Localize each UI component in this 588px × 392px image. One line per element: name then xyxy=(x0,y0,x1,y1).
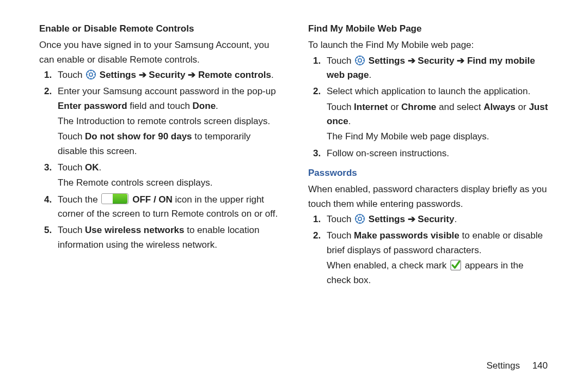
step-3-sub: The Remote controls screen displays. xyxy=(58,176,280,190)
arrow-icon: ➔ xyxy=(408,56,415,66)
checkmark-icon xyxy=(450,260,461,271)
steps-right: Touch Settings ➔ Security ➔ Find my mobi… xyxy=(308,54,549,161)
step-3: Touch OK. The Remote controls screen dis… xyxy=(54,161,280,191)
gear-icon xyxy=(355,214,365,224)
step-4: Touch the OFF / ON icon in the upper rig… xyxy=(54,193,280,222)
text: . xyxy=(216,101,218,111)
text: When enabled, a check mark xyxy=(327,260,449,271)
heading-passwords: Passwords xyxy=(308,166,549,180)
text: field and touch xyxy=(130,101,192,111)
text: Touch the xyxy=(58,194,100,205)
step-2-sub1: The Introduction to remote controls scre… xyxy=(58,114,280,128)
manual-page: Enable or Disable Remote Controls Once y… xyxy=(0,0,588,392)
text: . xyxy=(99,162,102,173)
step-2: Enter your Samsung account password in t… xyxy=(54,84,280,158)
label-ok: OK xyxy=(85,162,99,173)
intro-passwords: When enabled, password characters displa… xyxy=(308,182,549,211)
pw-step-1: Touch Settings ➔ Security. xyxy=(323,212,549,226)
text: Touch xyxy=(58,70,85,80)
pw-step-2-sub: When enabled, a check mark appears in th… xyxy=(327,259,549,287)
r-step-2: Select which application to launch the a… xyxy=(323,84,549,144)
gear-icon xyxy=(355,56,365,65)
label-make-passwords-visible: Make passwords visible xyxy=(354,230,460,241)
arrow-icon: ➔ xyxy=(457,56,464,66)
label-security: Security xyxy=(418,56,457,66)
r-step-3: Follow on-screen instructions. xyxy=(323,146,549,161)
steps-passwords: Touch Settings ➔ Security. Touch Make pa… xyxy=(308,212,549,287)
r-step-2-sub1: Touch Internet or Chrome and select Alwa… xyxy=(327,100,549,129)
heading-right: Find My Mobile Web Page xyxy=(308,22,549,36)
label-security: Security xyxy=(149,70,188,80)
heading-left: Enable or Disable Remote Controls xyxy=(39,22,280,36)
text: or xyxy=(390,102,401,112)
intro-right: To launch the Find My Mobile web page: xyxy=(308,38,549,52)
label-do-not-show: Do not show for 90 days xyxy=(85,131,192,142)
label-done: Done xyxy=(193,101,216,111)
page-footer: Settings 140 xyxy=(486,360,548,371)
r-step-1: Touch Settings ➔ Security ➔ Find my mobi… xyxy=(323,54,549,83)
text: . xyxy=(369,70,371,80)
label-chrome: Chrome xyxy=(401,102,436,112)
text: Touch xyxy=(58,131,85,142)
label-remote-controls: Remote controls xyxy=(198,70,271,80)
step-2-sub2: Touch Do not show for 90 days to tempora… xyxy=(58,130,280,158)
text: . xyxy=(454,214,457,224)
text: . xyxy=(348,116,351,126)
steps-left: Touch Settings ➔ Security ➔ Remote contr… xyxy=(39,68,280,252)
pw-step-2: Touch Make passwords visible to enable o… xyxy=(323,229,549,287)
text: Touch xyxy=(58,162,85,173)
text: and select xyxy=(439,102,483,112)
r-step-2-sub2: The Find My Mobile web page displays. xyxy=(327,130,549,144)
footer-section: Settings xyxy=(486,360,519,371)
right-column: Find My Mobile Web Page To launch the Fi… xyxy=(302,22,555,392)
step-1: Touch Settings ➔ Security ➔ Remote contr… xyxy=(54,68,280,82)
arrow-icon: ➔ xyxy=(188,70,195,80)
toggle-off-on-icon xyxy=(101,193,128,204)
intro-left: Once you have signed in to your Samsung … xyxy=(39,38,280,67)
label-settings: Settings xyxy=(369,56,408,66)
label-settings: Settings xyxy=(100,70,139,80)
arrow-icon: ➔ xyxy=(408,214,415,224)
label-enter-password: Enter password xyxy=(58,101,127,111)
text: Touch xyxy=(327,102,354,112)
text: Touch xyxy=(327,56,354,66)
footer-page-number: 140 xyxy=(532,360,548,371)
text: Touch xyxy=(327,230,354,241)
step-5: Touch Use wireless networks to enable lo… xyxy=(54,223,280,252)
text: . xyxy=(271,70,274,80)
label-always: Always xyxy=(483,102,516,112)
text: Touch xyxy=(327,214,354,224)
label-internet: Internet xyxy=(354,102,388,112)
label-use-wireless: Use wireless networks xyxy=(85,225,184,235)
text: or xyxy=(518,102,529,112)
text: Select which application to launch the a… xyxy=(327,86,530,96)
left-column: Enable or Disable Remote Controls Once y… xyxy=(33,22,286,392)
arrow-icon: ➔ xyxy=(139,70,146,80)
label-security: Security xyxy=(418,214,454,224)
label-off-on: OFF / ON xyxy=(132,194,173,205)
gear-icon xyxy=(86,70,96,79)
text: Enter your Samsung account password in t… xyxy=(58,86,276,96)
label-settings: Settings xyxy=(369,214,408,224)
text: Touch xyxy=(58,225,85,235)
